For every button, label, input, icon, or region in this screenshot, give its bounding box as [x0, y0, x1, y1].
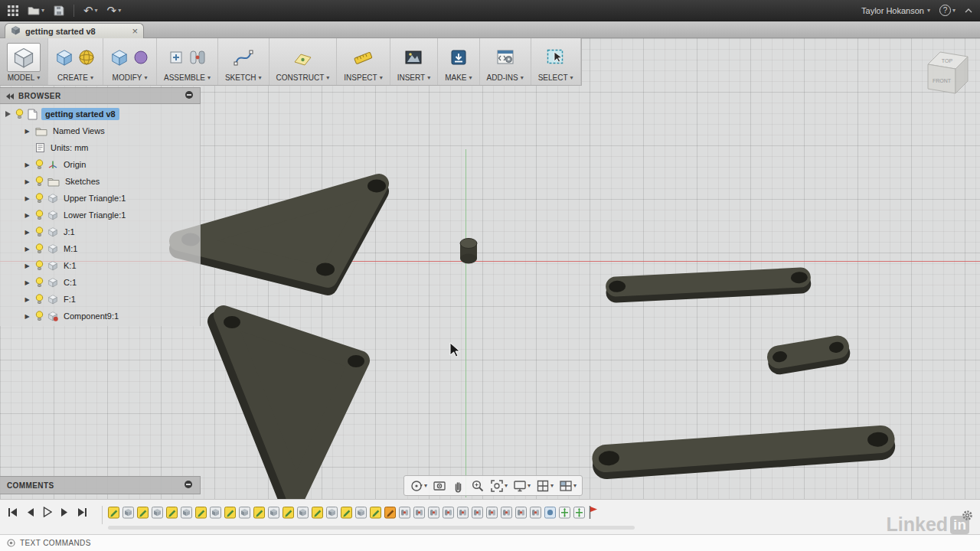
text-commands-label[interactable]: TEXT COMMANDS — [20, 539, 91, 547]
timeline-feature-joint[interactable] — [515, 506, 527, 519]
toolbar-group-create[interactable]: CREATE▾ — [48, 38, 103, 85]
make-print-icon[interactable] — [449, 48, 468, 67]
pan-tool[interactable] — [452, 479, 466, 493]
toolbar-group-modify[interactable]: MODIFY▾ — [103, 38, 157, 85]
create-sphere-icon[interactable] — [77, 48, 96, 67]
browser-item[interactable]: ▶C:1 — [0, 274, 200, 291]
visibility-bulb-icon[interactable] — [35, 227, 44, 237]
timeline-feature-sketch[interactable] — [166, 506, 178, 519]
user-account-menu[interactable]: Taylor Hokanson ▾ — [861, 6, 930, 15]
expander-icon[interactable]: ▶ — [23, 178, 31, 185]
timeline-feature-extrude[interactable] — [181, 506, 192, 519]
select-cursor-icon[interactable] — [546, 47, 566, 67]
visibility-bulb-icon[interactable] — [35, 159, 44, 170]
toolbar-group-insert[interactable]: INSERT▾ — [390, 38, 439, 85]
save-icon[interactable] — [54, 5, 64, 16]
timeline-feature-appearance[interactable] — [544, 506, 556, 519]
inspect-measure-icon[interactable] — [353, 47, 373, 67]
timeline-feature-extrude[interactable] — [355, 506, 367, 519]
expander-icon[interactable]: ▶ — [23, 128, 31, 135]
step-back-button[interactable] — [26, 507, 34, 517]
construct-plane-icon[interactable] — [292, 47, 312, 67]
zoom-tool[interactable] — [471, 479, 485, 493]
part-cylinder[interactable] — [460, 239, 477, 264]
timeline-feature-sketch[interactable] — [137, 506, 149, 519]
expander-icon[interactable]: ▶ — [23, 262, 31, 269]
toolbar-label-create[interactable]: CREATE▾ — [57, 73, 93, 83]
skip-start-button[interactable] — [8, 507, 18, 517]
browser-item[interactable]: ▶Named Views — [0, 122, 200, 139]
visibility-bulb-icon[interactable] — [35, 277, 44, 288]
view-cube[interactable]: TOP FRONT — [917, 44, 972, 99]
browser-item[interactable]: ▶Origin — [0, 156, 200, 173]
browser-item[interactable]: Units: mm — [0, 139, 200, 156]
timeline-feature-extrude[interactable] — [152, 506, 163, 519]
timeline-scrollbar[interactable] — [108, 526, 635, 530]
help-menu[interactable]: ? ▾ — [939, 5, 956, 16]
comments-bar[interactable]: COMMENTS — [0, 476, 201, 494]
browser-item[interactable]: ▶M:1 — [0, 240, 200, 257]
visibility-bulb-icon[interactable] — [35, 193, 44, 204]
comments-toggle-icon[interactable] — [184, 478, 193, 492]
timeline-feature-marker[interactable] — [588, 505, 598, 520]
timeline-feature-sketch[interactable] — [224, 506, 236, 519]
timeline-feature-sketch[interactable] — [108, 506, 119, 519]
toolbar-label-model[interactable]: MODEL▾ — [8, 73, 41, 83]
file-menu-icon[interactable]: ▾ — [28, 6, 44, 15]
timeline-feature-extrude[interactable] — [210, 506, 221, 519]
toolbar-group-make[interactable]: MAKE▾ — [438, 38, 479, 85]
toolbar-group-construct[interactable]: CONSTRUCT▾ — [270, 38, 338, 85]
timeline-feature-joint[interactable] — [530, 506, 541, 519]
timeline-feature-joint[interactable] — [501, 506, 512, 519]
part-link-bar-medium[interactable] — [606, 267, 812, 303]
timeline-options-gear-icon[interactable] — [961, 509, 974, 525]
timeline-feature-joint[interactable] — [399, 506, 410, 519]
toolbar-group-assemble[interactable]: ASSEMBLE▾ — [157, 38, 218, 85]
create-box-icon[interactable] — [55, 48, 74, 67]
expander-icon[interactable]: ▶ — [23, 161, 31, 168]
step-forward-button[interactable] — [60, 507, 69, 517]
timeline-feature-sketch[interactable] — [312, 506, 323, 519]
toolbar-group-model[interactable]: MODEL▾ — [0, 38, 48, 85]
visibility-bulb-icon[interactable] — [35, 311, 44, 321]
display-settings-tool[interactable]: ▾ — [513, 479, 531, 493]
browser-item[interactable]: ▶J:1 — [0, 223, 200, 240]
visibility-bulb-icon[interactable] — [35, 210, 44, 220]
grid-layout-tool[interactable]: ▾ — [536, 479, 554, 493]
fit-tool[interactable]: ▾ — [490, 479, 508, 493]
browser-panel-header[interactable]: BROWSER — [0, 87, 201, 104]
timeline-feature-sketch[interactable] — [283, 506, 294, 519]
collapse-panel-icon[interactable] — [6, 89, 14, 103]
browser-item[interactable]: ▶Component9:1 — [0, 308, 200, 324]
timeline-feature-joint[interactable] — [472, 506, 483, 519]
toolbar-group-addins[interactable]: ADD-INS▾ — [480, 38, 531, 85]
visibility-bulb-icon[interactable] — [35, 260, 44, 271]
visibility-bulb-icon[interactable] — [35, 176, 44, 187]
model-box-icon[interactable] — [7, 43, 41, 72]
timeline-feature-extrude[interactable] — [326, 506, 338, 519]
timeline-feature-extrude[interactable] — [239, 506, 250, 519]
sketch-spline-icon[interactable] — [234, 47, 253, 67]
toolbar-label-modify[interactable]: MODIFY▾ — [113, 73, 148, 83]
document-tab[interactable]: getting started v8 × — [5, 23, 144, 38]
toolbar-label-construct[interactable]: CONSTRUCT▾ — [276, 73, 330, 83]
browser-item[interactable]: ▶Upper Triangle:1 — [0, 190, 200, 207]
visibility-bulb-icon[interactable] — [35, 243, 44, 254]
browser-item[interactable]: ▶K:1 — [0, 257, 200, 274]
timeline-feature-sketch[interactable] — [195, 506, 207, 519]
viewports-tool[interactable]: ▾ — [559, 479, 577, 493]
skip-end-button[interactable] — [77, 507, 87, 517]
tab-close-icon[interactable]: × — [132, 26, 138, 36]
expander-icon[interactable]: ▶ — [23, 212, 31, 219]
timeline-feature-extrude[interactable] — [122, 506, 134, 519]
timeline-feature-sketch-active[interactable] — [384, 506, 396, 519]
timeline-feature-sketch[interactable] — [253, 506, 265, 519]
expander-icon[interactable]: ▶ — [23, 229, 31, 236]
toolbar-label-insert[interactable]: INSERT▾ — [397, 73, 431, 83]
redo-icon[interactable]: ↷▾ — [107, 4, 122, 18]
timeline-feature-move[interactable] — [559, 506, 570, 519]
visibility-bulb-icon[interactable] — [35, 294, 44, 305]
timeline-feature-joint[interactable] — [486, 506, 498, 519]
browser-item[interactable]: getting started v8 — [0, 106, 200, 122]
assemble-capture-icon[interactable] — [168, 49, 185, 66]
